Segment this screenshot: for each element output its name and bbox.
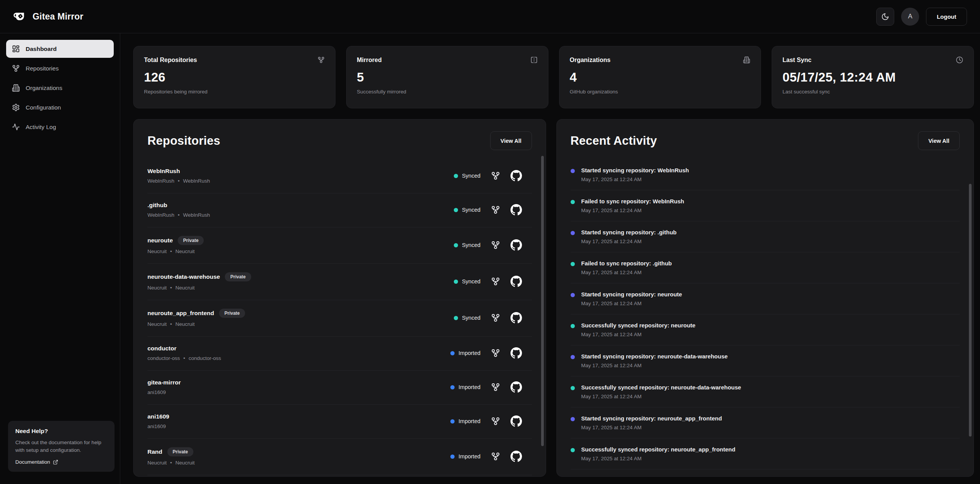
repository-row: gitea-mirror ani1609 Imported [147, 371, 532, 405]
github-icon [510, 276, 522, 287]
sidebar-item-label: Configuration [26, 104, 61, 111]
github-link-button[interactable] [510, 451, 522, 462]
mirror-repo-button[interactable] [491, 171, 500, 180]
activity-scrollbar[interactable] [969, 184, 972, 437]
activity-view-all-button[interactable]: View All [918, 131, 960, 150]
stat-label: Total Repositories [144, 57, 197, 64]
stat-card-mirrored: Mirrored 5 Successfully mirrored [346, 46, 548, 108]
repository-row: neuroute-data-warehouse Private Neucruit… [147, 264, 532, 300]
need-help-card: Need Help? Check out the documentation f… [8, 421, 115, 472]
avatar[interactable]: A [901, 8, 919, 26]
stat-subtitle: Successfully mirrored [357, 89, 538, 95]
stat-value: 5 [357, 70, 538, 85]
repo-status-dot [454, 174, 458, 178]
activity-message: Started syncing repository: neuroute-dat… [581, 353, 728, 360]
stat-value: 05/17/25, 12:24 AM [782, 70, 963, 85]
mirror-repo-button[interactable] [491, 277, 500, 286]
sidebar-item-activity-log[interactable]: Activity Log [6, 118, 114, 136]
github-link-button[interactable] [510, 170, 522, 182]
github-link-button[interactable] [510, 312, 522, 324]
layout-dashboard-icon [12, 45, 20, 53]
activity-message: Started syncing repository: .github [581, 229, 677, 235]
activity-status-dot [571, 417, 575, 421]
repo-owner: WebInRush [147, 212, 174, 218]
github-link-button[interactable] [510, 347, 522, 359]
repo-owner: Neucruit [147, 249, 167, 254]
repo-name: Rand [147, 448, 162, 455]
repo-owner: Neucruit [147, 285, 167, 291]
stat-subtitle: Repositories being mirrored [144, 89, 325, 95]
mirror-repo-button[interactable] [491, 383, 500, 392]
github-icon [510, 204, 522, 216]
repositories-view-all-button[interactable]: View All [490, 131, 532, 150]
repo-status: Imported [450, 350, 480, 356]
repo-mirror: Neucruit [175, 285, 195, 291]
sidebar-item-dashboard[interactable]: Dashboard [6, 40, 114, 58]
moon-icon [881, 13, 889, 21]
repo-status: Synced [454, 242, 480, 248]
mirror-repo-button[interactable] [491, 417, 500, 426]
github-icon [510, 312, 522, 324]
git-fork-icon [491, 417, 500, 426]
documentation-link[interactable]: Documentation [15, 459, 58, 465]
repo-status-label: Synced [462, 173, 480, 179]
repo-separator-bullet: • [170, 460, 172, 466]
github-link-button[interactable] [510, 276, 522, 287]
repository-list: WebInRush WebInRush • WebInRush Synced [147, 159, 532, 475]
activity-timestamp: May 17, 2025 at 12:24 AM [581, 363, 728, 368]
repo-name: neuroute-data-warehouse [147, 273, 220, 280]
repository-row: neuroute_app_frontend Private Neucruit •… [147, 300, 532, 337]
sidebar-item-configuration[interactable]: Configuration [6, 98, 114, 116]
git-fork-icon [491, 452, 500, 461]
github-link-button[interactable] [510, 381, 522, 393]
repo-status: Synced [454, 173, 480, 179]
top-bar: Gitea Mirror A Logout [0, 0, 980, 33]
stat-card-organizations: Organizations 4 GitHub organizations [559, 46, 761, 108]
main-content: Total Repositories 126 Repositories bein… [120, 33, 980, 484]
activity-status-dot [571, 386, 575, 390]
activity-message: Failed to sync repository: WebInRush [581, 198, 684, 204]
sidebar-item-repositories[interactable]: Repositories [6, 59, 114, 77]
repo-status-dot [454, 280, 458, 284]
logout-button[interactable]: Logout [926, 8, 967, 26]
building-icon [743, 56, 750, 64]
repositories-scrollbar[interactable] [541, 156, 544, 446]
stat-label: Mirrored [357, 57, 382, 64]
theme-toggle-button[interactable] [876, 8, 894, 26]
private-badge: Private [167, 447, 193, 456]
github-link-button[interactable] [510, 415, 522, 427]
github-link-button[interactable] [510, 239, 522, 251]
mirror-repo-button[interactable] [491, 205, 500, 214]
activity-status-dot [571, 293, 575, 297]
mirror-repo-button[interactable] [491, 240, 500, 250]
sidebar-item-organizations[interactable]: Organizations [6, 79, 114, 97]
repo-status: Synced [454, 315, 480, 321]
repository-row: ani1609 ani1609 Imported [147, 405, 532, 439]
activity-message: Successfully synced repository: neuroute… [581, 446, 736, 453]
repositories-panel: Repositories View All WebInRush WebInRus… [133, 119, 546, 477]
github-icon [510, 451, 522, 462]
github-link-button[interactable] [510, 204, 522, 216]
repo-separator-bullet: • [170, 321, 172, 327]
activity-timestamp: May 17, 2025 at 12:24 AM [581, 332, 695, 337]
activity-item: Successfully synced repository: neuroute… [571, 376, 960, 407]
repo-status-dot [454, 208, 458, 212]
mirror-repo-button[interactable] [491, 313, 500, 322]
activity-status-dot [571, 355, 575, 359]
help-title: Need Help? [15, 428, 107, 435]
activity-list: Started syncing repository: WebInRush Ma… [571, 159, 960, 469]
repo-status: Imported [450, 384, 480, 390]
mirror-repo-button[interactable] [491, 452, 500, 461]
activity-timestamp: May 17, 2025 at 12:24 AM [581, 239, 677, 244]
activity-status-dot [571, 448, 575, 452]
git-fork-icon [491, 205, 500, 214]
mirror-repo-button[interactable] [491, 348, 500, 358]
top-actions: A Logout [876, 8, 967, 26]
repo-mirror: Neucruit [175, 460, 195, 466]
repo-separator-bullet: • [178, 178, 180, 184]
repo-status-dot [454, 316, 458, 320]
repo-owner: conductor-oss [147, 355, 180, 361]
external-link-icon [53, 459, 58, 465]
repo-status-label: Imported [458, 384, 480, 390]
git-fork-icon [491, 313, 500, 322]
